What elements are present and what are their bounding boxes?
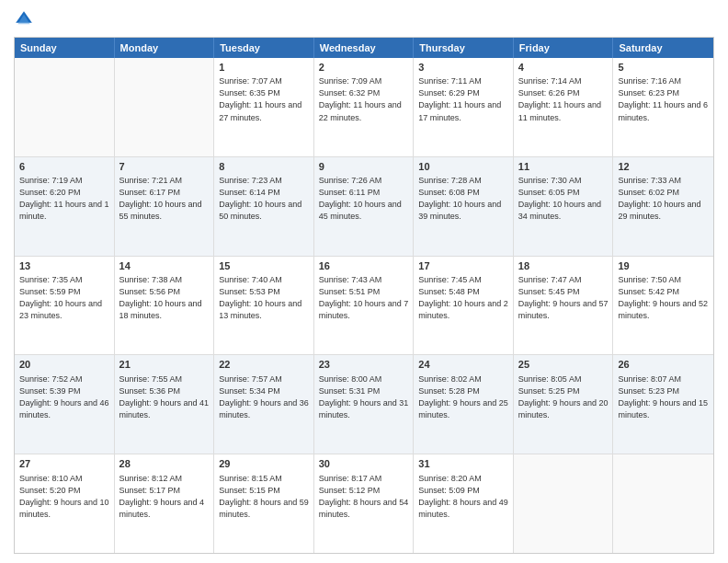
cell-info: Sunrise: 7:45 AM Sunset: 5:48 PM Dayligh… [418, 274, 508, 322]
cell-info: Sunrise: 7:23 AM Sunset: 6:14 PM Dayligh… [219, 175, 309, 223]
calendar: SundayMondayTuesdayWednesdayThursdayFrid… [14, 37, 714, 554]
cell-info: Sunrise: 8:17 AM Sunset: 5:12 PM Dayligh… [319, 473, 409, 521]
day-number: 19 [618, 259, 709, 273]
calendar-cell [514, 454, 614, 553]
day-number: 9 [319, 160, 409, 174]
calendar-cell: 22Sunrise: 7:57 AM Sunset: 5:34 PM Dayli… [214, 355, 314, 454]
calendar-cell: 16Sunrise: 7:43 AM Sunset: 5:51 PM Dayli… [314, 257, 415, 355]
calendar-cell: 3Sunrise: 7:11 AM Sunset: 6:29 PM Daylig… [414, 58, 514, 156]
cell-info: Sunrise: 7:30 AM Sunset: 6:05 PM Dayligh… [518, 175, 609, 223]
day-number: 2 [319, 61, 409, 75]
day-number: 13 [19, 259, 109, 273]
day-number: 5 [618, 61, 709, 75]
calendar-cell [115, 58, 215, 156]
cell-info: Sunrise: 8:12 AM Sunset: 5:17 PM Dayligh… [119, 473, 210, 521]
calendar-cell: 20Sunrise: 7:52 AM Sunset: 5:39 PM Dayli… [15, 355, 115, 454]
calendar-cell: 28Sunrise: 8:12 AM Sunset: 5:17 PM Dayli… [115, 454, 215, 553]
header-day-friday: Friday [514, 38, 614, 58]
header-day-tuesday: Tuesday [214, 38, 314, 58]
day-number: 20 [19, 358, 109, 372]
calendar-cell: 21Sunrise: 7:55 AM Sunset: 5:36 PM Dayli… [115, 355, 215, 454]
day-number: 14 [119, 259, 210, 273]
header-day-thursday: Thursday [414, 38, 514, 58]
day-number: 21 [119, 358, 210, 372]
cell-info: Sunrise: 7:52 AM Sunset: 5:39 PM Dayligh… [19, 373, 109, 421]
day-number: 16 [319, 259, 409, 273]
cell-info: Sunrise: 7:07 AM Sunset: 6:35 PM Dayligh… [219, 75, 309, 123]
calendar-body: 1Sunrise: 7:07 AM Sunset: 6:35 PM Daylig… [15, 58, 713, 553]
cell-info: Sunrise: 7:11 AM Sunset: 6:29 PM Dayligh… [418, 75, 508, 123]
day-number: 26 [618, 358, 709, 372]
calendar-cell: 7Sunrise: 7:21 AM Sunset: 6:17 PM Daylig… [115, 157, 215, 256]
calendar-page: SundayMondayTuesdayWednesdayThursdayFrid… [0, 0, 728, 563]
cell-info: Sunrise: 8:10 AM Sunset: 5:20 PM Dayligh… [19, 473, 109, 521]
calendar-cell: 15Sunrise: 7:40 AM Sunset: 5:53 PM Dayli… [214, 257, 314, 355]
cell-info: Sunrise: 7:33 AM Sunset: 6:02 PM Dayligh… [618, 175, 709, 223]
page-header [14, 9, 714, 29]
cell-info: Sunrise: 7:43 AM Sunset: 5:51 PM Dayligh… [319, 274, 409, 322]
day-number: 1 [219, 61, 309, 75]
calendar-cell: 18Sunrise: 7:47 AM Sunset: 5:45 PM Dayli… [514, 257, 614, 355]
cell-info: Sunrise: 7:21 AM Sunset: 6:17 PM Dayligh… [119, 175, 210, 223]
cell-info: Sunrise: 7:40 AM Sunset: 5:53 PM Dayligh… [219, 274, 309, 322]
header-day-monday: Monday [115, 38, 215, 58]
calendar-cell: 6Sunrise: 7:19 AM Sunset: 6:20 PM Daylig… [15, 157, 115, 256]
day-number: 10 [418, 160, 508, 174]
day-number: 8 [219, 160, 309, 174]
cell-info: Sunrise: 7:57 AM Sunset: 5:34 PM Dayligh… [219, 373, 309, 421]
calendar-cell: 1Sunrise: 7:07 AM Sunset: 6:35 PM Daylig… [214, 58, 314, 156]
calendar-week-3: 13Sunrise: 7:35 AM Sunset: 5:59 PM Dayli… [15, 257, 713, 356]
calendar-cell: 19Sunrise: 7:50 AM Sunset: 5:42 PM Dayli… [613, 257, 713, 355]
calendar-cell: 13Sunrise: 7:35 AM Sunset: 5:59 PM Dayli… [15, 257, 115, 355]
day-number: 3 [418, 61, 508, 75]
cell-info: Sunrise: 7:14 AM Sunset: 6:26 PM Dayligh… [518, 75, 609, 123]
cell-info: Sunrise: 8:02 AM Sunset: 5:28 PM Dayligh… [418, 373, 508, 421]
calendar-cell [613, 454, 713, 553]
day-number: 25 [518, 358, 609, 372]
day-number: 22 [219, 358, 309, 372]
cell-info: Sunrise: 7:26 AM Sunset: 6:11 PM Dayligh… [319, 175, 409, 223]
calendar-week-1: 1Sunrise: 7:07 AM Sunset: 6:35 PM Daylig… [15, 58, 713, 157]
calendar-cell: 11Sunrise: 7:30 AM Sunset: 6:05 PM Dayli… [514, 157, 614, 256]
day-number: 4 [518, 61, 609, 75]
calendar-cell: 30Sunrise: 8:17 AM Sunset: 5:12 PM Dayli… [314, 454, 415, 553]
cell-info: Sunrise: 7:55 AM Sunset: 5:36 PM Dayligh… [119, 373, 210, 421]
day-number: 15 [219, 259, 309, 273]
calendar-cell: 4Sunrise: 7:14 AM Sunset: 6:26 PM Daylig… [514, 58, 614, 156]
calendar-cell: 25Sunrise: 8:05 AM Sunset: 5:25 PM Dayli… [514, 355, 614, 454]
header-day-saturday: Saturday [613, 38, 713, 58]
cell-info: Sunrise: 8:07 AM Sunset: 5:23 PM Dayligh… [618, 373, 709, 421]
cell-info: Sunrise: 8:05 AM Sunset: 5:25 PM Dayligh… [518, 373, 609, 421]
calendar-cell: 10Sunrise: 7:28 AM Sunset: 6:08 PM Dayli… [414, 157, 514, 256]
calendar-cell: 23Sunrise: 8:00 AM Sunset: 5:31 PM Dayli… [314, 355, 415, 454]
calendar-week-4: 20Sunrise: 7:52 AM Sunset: 5:39 PM Dayli… [15, 355, 713, 454]
cell-info: Sunrise: 7:19 AM Sunset: 6:20 PM Dayligh… [19, 175, 109, 223]
calendar-cell: 26Sunrise: 8:07 AM Sunset: 5:23 PM Dayli… [613, 355, 713, 454]
calendar-cell: 31Sunrise: 8:20 AM Sunset: 5:09 PM Dayli… [414, 454, 514, 553]
cell-info: Sunrise: 8:00 AM Sunset: 5:31 PM Dayligh… [319, 373, 409, 421]
day-number: 11 [518, 160, 609, 174]
calendar-cell: 12Sunrise: 7:33 AM Sunset: 6:02 PM Dayli… [613, 157, 713, 256]
cell-info: Sunrise: 7:28 AM Sunset: 6:08 PM Dayligh… [418, 175, 508, 223]
calendar-cell: 29Sunrise: 8:15 AM Sunset: 5:15 PM Dayli… [214, 454, 314, 553]
header-day-wednesday: Wednesday [314, 38, 415, 58]
calendar-week-5: 27Sunrise: 8:10 AM Sunset: 5:20 PM Dayli… [15, 454, 713, 553]
cell-info: Sunrise: 7:50 AM Sunset: 5:42 PM Dayligh… [618, 274, 709, 322]
day-number: 24 [418, 358, 508, 372]
cell-info: Sunrise: 7:09 AM Sunset: 6:32 PM Dayligh… [319, 75, 409, 123]
cell-info: Sunrise: 7:47 AM Sunset: 5:45 PM Dayligh… [518, 274, 609, 322]
calendar-week-2: 6Sunrise: 7:19 AM Sunset: 6:20 PM Daylig… [15, 157, 713, 257]
day-number: 29 [219, 457, 309, 471]
calendar-cell: 8Sunrise: 7:23 AM Sunset: 6:14 PM Daylig… [214, 157, 314, 256]
logo [14, 9, 38, 29]
day-number: 6 [19, 160, 109, 174]
day-number: 23 [319, 358, 409, 372]
day-number: 30 [319, 457, 409, 471]
calendar-cell: 5Sunrise: 7:16 AM Sunset: 6:23 PM Daylig… [613, 58, 713, 156]
calendar-header-row: SundayMondayTuesdayWednesdayThursdayFrid… [15, 38, 713, 58]
calendar-cell: 2Sunrise: 7:09 AM Sunset: 6:32 PM Daylig… [314, 58, 415, 156]
header-day-sunday: Sunday [15, 38, 115, 58]
cell-info: Sunrise: 8:15 AM Sunset: 5:15 PM Dayligh… [219, 473, 309, 521]
cell-info: Sunrise: 8:20 AM Sunset: 5:09 PM Dayligh… [418, 473, 508, 521]
day-number: 7 [119, 160, 210, 174]
